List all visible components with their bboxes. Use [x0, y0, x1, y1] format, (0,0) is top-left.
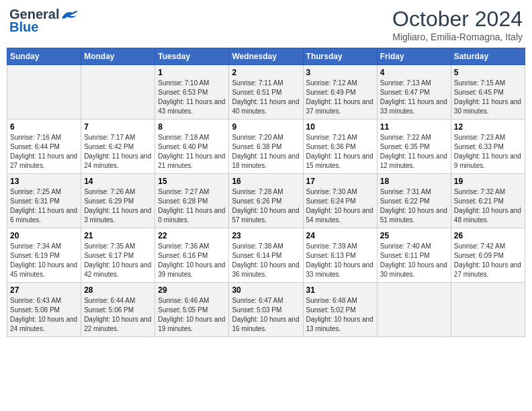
- day-number: 28: [84, 285, 152, 295]
- weekday-header: Wednesday: [229, 48, 303, 65]
- day-number: 14: [84, 177, 152, 186]
- day-info: Sunrise: 7:22 AM Sunset: 6:35 PM Dayligh…: [380, 133, 448, 171]
- day-number: 23: [232, 231, 300, 240]
- day-info: Sunrise: 7:36 AM Sunset: 6:16 PM Dayligh…: [158, 242, 226, 279]
- day-info: Sunrise: 7:38 AM Sunset: 6:14 PM Dayligh…: [232, 242, 300, 279]
- calendar-cell: 7Sunrise: 7:17 AM Sunset: 6:42 PM Daylig…: [81, 120, 155, 174]
- day-info: Sunrise: 7:18 AM Sunset: 6:40 PM Dayligh…: [158, 133, 226, 171]
- day-info: Sunrise: 7:40 AM Sunset: 6:11 PM Dayligh…: [380, 242, 448, 279]
- day-number: 25: [380, 231, 448, 240]
- day-number: 10: [306, 122, 374, 132]
- month-title: October 2024: [392, 7, 523, 32]
- calendar-cell: 24Sunrise: 7:39 AM Sunset: 6:13 PM Dayli…: [303, 228, 377, 283]
- title-block: October 2024 Migliaro, Emilia-Romagna, I…: [392, 7, 523, 42]
- day-info: Sunrise: 7:25 AM Sunset: 6:31 PM Dayligh…: [10, 187, 78, 225]
- day-number: 2: [232, 68, 300, 77]
- day-info: Sunrise: 7:11 AM Sunset: 6:51 PM Dayligh…: [232, 79, 300, 116]
- calendar-week-row: 20Sunrise: 7:34 AM Sunset: 6:19 PM Dayli…: [7, 228, 525, 283]
- calendar-week-row: 13Sunrise: 7:25 AM Sunset: 6:31 PM Dayli…: [7, 174, 525, 228]
- day-number: 3: [306, 68, 374, 77]
- weekday-header: Friday: [377, 48, 451, 65]
- day-info: Sunrise: 7:28 AM Sunset: 6:26 PM Dayligh…: [232, 187, 300, 225]
- calendar-cell: [81, 65, 155, 120]
- day-number: 7: [84, 122, 152, 132]
- calendar-cell: 3Sunrise: 7:12 AM Sunset: 6:49 PM Daylig…: [303, 65, 377, 120]
- calendar-cell: 25Sunrise: 7:40 AM Sunset: 6:11 PM Dayli…: [377, 228, 451, 283]
- day-info: Sunrise: 7:27 AM Sunset: 6:28 PM Dayligh…: [158, 187, 226, 225]
- day-info: Sunrise: 7:13 AM Sunset: 6:47 PM Dayligh…: [380, 79, 448, 116]
- day-number: 15: [158, 177, 226, 186]
- day-number: 30: [232, 285, 300, 295]
- day-info: Sunrise: 7:23 AM Sunset: 6:33 PM Dayligh…: [454, 133, 522, 171]
- day-number: 20: [10, 231, 78, 240]
- logo-bird-icon: [60, 9, 79, 21]
- day-info: Sunrise: 7:10 AM Sunset: 6:53 PM Dayligh…: [158, 79, 226, 116]
- calendar-cell: 17Sunrise: 7:30 AM Sunset: 6:24 PM Dayli…: [303, 174, 377, 228]
- day-info: Sunrise: 6:47 AM Sunset: 5:03 PM Dayligh…: [232, 296, 300, 334]
- day-number: 24: [306, 231, 374, 240]
- calendar-cell: 10Sunrise: 7:21 AM Sunset: 6:36 PM Dayli…: [303, 120, 377, 174]
- day-number: 21: [84, 231, 152, 240]
- day-number: 5: [454, 68, 522, 77]
- calendar-cell: 23Sunrise: 7:38 AM Sunset: 6:14 PM Dayli…: [229, 228, 303, 283]
- day-info: Sunrise: 7:30 AM Sunset: 6:24 PM Dayligh…: [306, 187, 374, 225]
- page-header: General Blue October 2024 Migliaro, Emil…: [7, 7, 525, 42]
- day-info: Sunrise: 7:34 AM Sunset: 6:19 PM Dayligh…: [10, 242, 78, 279]
- calendar-cell: 21Sunrise: 7:35 AM Sunset: 6:17 PM Dayli…: [81, 228, 155, 283]
- calendar-cell: 14Sunrise: 7:26 AM Sunset: 6:29 PM Dayli…: [81, 174, 155, 228]
- day-number: 19: [454, 177, 522, 186]
- day-number: 4: [380, 68, 448, 77]
- calendar-cell: 20Sunrise: 7:34 AM Sunset: 6:19 PM Dayli…: [7, 228, 81, 283]
- day-info: Sunrise: 7:15 AM Sunset: 6:45 PM Dayligh…: [454, 79, 522, 116]
- calendar-cell: 31Sunrise: 6:48 AM Sunset: 5:02 PM Dayli…: [303, 283, 377, 337]
- calendar-cell: 11Sunrise: 7:22 AM Sunset: 6:35 PM Dayli…: [377, 120, 451, 174]
- day-info: Sunrise: 7:32 AM Sunset: 6:21 PM Dayligh…: [454, 187, 522, 225]
- calendar-cell: 26Sunrise: 7:42 AM Sunset: 6:09 PM Dayli…: [451, 228, 525, 283]
- day-number: 31: [306, 285, 374, 295]
- day-number: 26: [454, 231, 522, 240]
- calendar-cell: [377, 283, 451, 337]
- logo-blue: Blue: [9, 19, 38, 35]
- calendar-cell: 4Sunrise: 7:13 AM Sunset: 6:47 PM Daylig…: [377, 65, 451, 120]
- day-number: 13: [10, 177, 78, 186]
- day-info: Sunrise: 7:21 AM Sunset: 6:36 PM Dayligh…: [306, 133, 374, 171]
- day-info: Sunrise: 7:39 AM Sunset: 6:13 PM Dayligh…: [306, 242, 374, 279]
- calendar-cell: 9Sunrise: 7:20 AM Sunset: 6:38 PM Daylig…: [229, 120, 303, 174]
- calendar-cell: 19Sunrise: 7:32 AM Sunset: 6:21 PM Dayli…: [451, 174, 525, 228]
- day-number: 9: [232, 122, 300, 132]
- day-info: Sunrise: 7:31 AM Sunset: 6:22 PM Dayligh…: [380, 187, 448, 225]
- calendar-cell: 28Sunrise: 6:44 AM Sunset: 5:06 PM Dayli…: [81, 283, 155, 337]
- location: Migliaro, Emilia-Romagna, Italy: [392, 32, 523, 42]
- header-row: SundayMondayTuesdayWednesdayThursdayFrid…: [7, 48, 525, 65]
- weekday-header: Sunday: [7, 48, 81, 65]
- day-info: Sunrise: 6:46 AM Sunset: 5:05 PM Dayligh…: [158, 296, 226, 334]
- day-number: 17: [306, 177, 374, 186]
- calendar-cell: 29Sunrise: 6:46 AM Sunset: 5:05 PM Dayli…: [155, 283, 229, 337]
- calendar-table: SundayMondayTuesdayWednesdayThursdayFrid…: [7, 48, 525, 337]
- day-info: Sunrise: 6:43 AM Sunset: 5:08 PM Dayligh…: [10, 296, 78, 334]
- weekday-header: Saturday: [451, 48, 525, 65]
- day-info: Sunrise: 7:42 AM Sunset: 6:09 PM Dayligh…: [454, 242, 522, 279]
- weekday-header: Thursday: [303, 48, 377, 65]
- day-info: Sunrise: 7:16 AM Sunset: 6:44 PM Dayligh…: [10, 133, 78, 171]
- weekday-header: Monday: [81, 48, 155, 65]
- day-number: 29: [158, 285, 226, 295]
- day-number: 1: [158, 68, 226, 77]
- day-number: 18: [380, 177, 448, 186]
- day-info: Sunrise: 7:35 AM Sunset: 6:17 PM Dayligh…: [84, 242, 152, 279]
- day-info: Sunrise: 7:20 AM Sunset: 6:38 PM Dayligh…: [232, 133, 300, 171]
- day-info: Sunrise: 7:17 AM Sunset: 6:42 PM Dayligh…: [84, 133, 152, 171]
- day-number: 22: [158, 231, 226, 240]
- calendar-cell: 30Sunrise: 6:47 AM Sunset: 5:03 PM Dayli…: [229, 283, 303, 337]
- calendar-cell: 22Sunrise: 7:36 AM Sunset: 6:16 PM Dayli…: [155, 228, 229, 283]
- calendar-cell: 8Sunrise: 7:18 AM Sunset: 6:40 PM Daylig…: [155, 120, 229, 174]
- day-number: 6: [10, 122, 78, 132]
- logo: General Blue: [9, 7, 79, 35]
- calendar-cell: [451, 283, 525, 337]
- calendar-cell: 5Sunrise: 7:15 AM Sunset: 6:45 PM Daylig…: [451, 65, 525, 120]
- calendar-cell: 1Sunrise: 7:10 AM Sunset: 6:53 PM Daylig…: [155, 65, 229, 120]
- day-info: Sunrise: 7:12 AM Sunset: 6:49 PM Dayligh…: [306, 79, 374, 116]
- calendar-cell: 12Sunrise: 7:23 AM Sunset: 6:33 PM Dayli…: [451, 120, 525, 174]
- day-info: Sunrise: 6:48 AM Sunset: 5:02 PM Dayligh…: [306, 296, 374, 334]
- calendar-cell: 27Sunrise: 6:43 AM Sunset: 5:08 PM Dayli…: [7, 283, 81, 337]
